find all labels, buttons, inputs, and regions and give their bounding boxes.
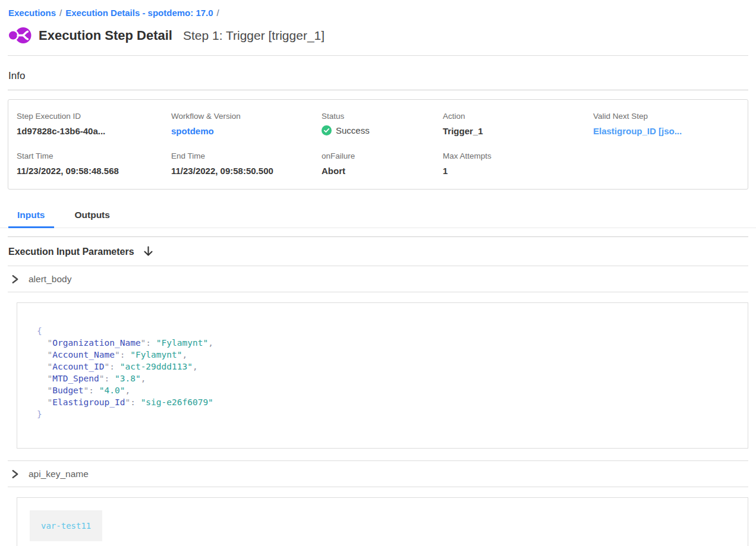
field-step-execution-id: Step Execution ID 1d97828c-13b6-40a... [17, 112, 171, 136]
breadcrumb-execution-details-link[interactable]: Execution Details - spotdemo: 17.0 [65, 8, 213, 18]
field-value: Abort [322, 166, 443, 176]
status-badge: Success [322, 125, 443, 135]
spacer [0, 228, 756, 236]
tab-outputs[interactable]: Outputs [66, 206, 119, 228]
api-key-name-content-panel: var-test11 [17, 497, 748, 546]
param-row-alert-body[interactable]: alert_body [8, 266, 748, 292]
field-value: 1 [443, 166, 593, 176]
breadcrumb-executions-link[interactable]: Executions [8, 8, 56, 18]
success-check-icon [322, 125, 332, 135]
field-value: 11/23/2022, 09:58:48.568 [17, 166, 171, 176]
field-label: Action [443, 112, 593, 121]
page-header: Execution Step Detail Step 1: Trigger [t… [0, 18, 756, 55]
alert-body-content-panel: { "Organization_Name": "Fylamynt", "Acco… [17, 302, 748, 449]
execution-input-parameters-title: Execution Input Parameters [8, 247, 134, 257]
info-card: Step Execution ID 1d97828c-13b6-40a... W… [8, 99, 748, 190]
param-name: alert_body [29, 274, 71, 285]
execution-step-detail-page: Executions/Execution Details - spotdemo:… [0, 0, 756, 546]
info-section-heading: Info [8, 56, 748, 90]
page-subtitle: Step 1: Trigger [trigger_1] [183, 29, 325, 43]
field-workflow-version: Workflow & Version spotdemo [171, 112, 322, 136]
divider [8, 90, 748, 90]
field-value: Trigger_1 [443, 126, 593, 136]
field-label: Start Time [17, 152, 171, 160]
field-status: Status Success [322, 112, 443, 136]
field-label: Valid Next Step [593, 112, 739, 121]
field-start-time: Start Time 11/23/2022, 09:58:48.568 [17, 152, 171, 176]
workflow-link[interactable]: spotdemo [171, 126, 322, 136]
param-row-api-key-name[interactable]: api_key_name [8, 461, 748, 487]
down-arrow-icon[interactable] [143, 246, 153, 257]
field-end-time: End Time 11/23/2022, 09:58:50.500 [171, 152, 322, 176]
field-value: 1d97828c-13b6-40a... [17, 126, 171, 136]
field-label: onFailure [322, 152, 443, 160]
api-key-name-value: var-test11 [30, 510, 102, 541]
alert-body-json-code: { "Organization_Name": "Fylamynt", "Acco… [37, 325, 736, 420]
breadcrumb-separator: / [213, 8, 223, 18]
field-label: Step Execution ID [17, 112, 171, 121]
field-label: Status [322, 112, 443, 121]
execution-input-parameters-header: Execution Input Parameters [8, 237, 748, 266]
divider [8, 487, 748, 487]
fylamynt-logo-icon [8, 25, 32, 46]
page-title: Execution Step Detail [39, 28, 172, 43]
divider [8, 292, 748, 292]
field-label: Workflow & Version [171, 112, 322, 121]
field-label: Max Attempts [443, 152, 593, 160]
field-value: 11/23/2022, 09:58:50.500 [171, 166, 322, 176]
tab-bar: Inputs Outputs [0, 206, 756, 228]
chevron-right-icon [12, 275, 18, 283]
tab-inputs[interactable]: Inputs [8, 206, 54, 228]
breadcrumb-separator: / [56, 8, 65, 18]
valid-next-step-link[interactable]: Elastigroup_ID [jso... [593, 126, 739, 136]
field-on-failure: onFailure Abort [322, 152, 443, 176]
param-name: api_key_name [29, 469, 89, 479]
chevron-right-icon [12, 470, 18, 478]
field-valid-next-step: Valid Next Step Elastigroup_ID [jso... [593, 112, 739, 136]
status-text: Success [336, 125, 370, 135]
field-label: End Time [171, 152, 322, 160]
field-max-attempts: Max Attempts 1 [443, 152, 593, 176]
field-action: Action Trigger_1 [443, 112, 593, 136]
breadcrumb: Executions/Execution Details - spotdemo:… [0, 0, 756, 18]
